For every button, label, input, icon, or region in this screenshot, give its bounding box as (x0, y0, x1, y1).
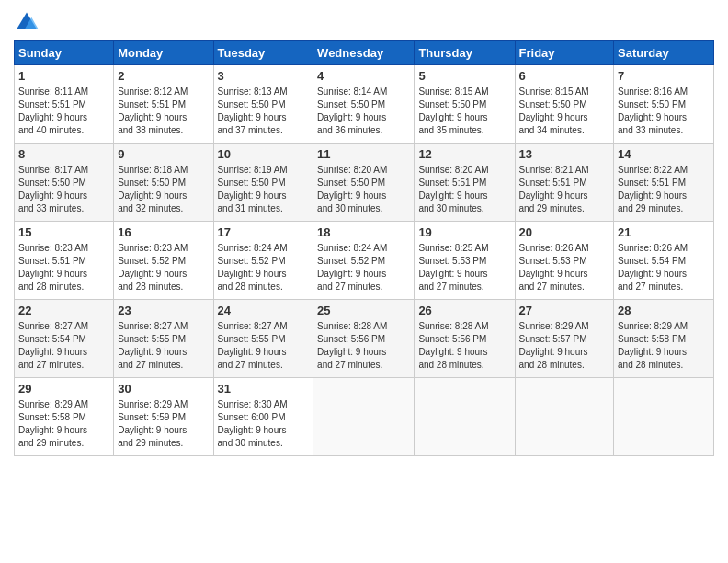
calendar-cell: 9Sunrise: 8:18 AM Sunset: 5:50 PM Daylig… (114, 144, 213, 222)
day-info: Sunrise: 8:27 AM Sunset: 5:54 PM Dayligh… (18, 320, 109, 372)
calendar-cell: 21Sunrise: 8:26 AM Sunset: 5:54 PM Dayli… (614, 222, 714, 300)
calendar-cell: 1Sunrise: 8:11 AM Sunset: 5:51 PM Daylig… (15, 65, 114, 144)
day-info: Sunrise: 8:26 AM Sunset: 5:54 PM Dayligh… (618, 242, 710, 293)
day-number: 29 (18, 381, 109, 397)
day-number: 15 (18, 224, 109, 241)
day-number: 4 (317, 68, 410, 85)
header (14, 9, 714, 35)
day-info: Sunrise: 8:24 AM Sunset: 5:52 PM Dayligh… (218, 242, 310, 293)
calendar-cell: 26Sunrise: 8:28 AM Sunset: 5:56 PM Dayli… (415, 300, 515, 378)
calendar-cell: 5Sunrise: 8:15 AM Sunset: 5:50 PM Daylig… (415, 65, 515, 144)
day-info: Sunrise: 8:14 AM Sunset: 5:50 PM Dayligh… (317, 86, 410, 137)
calendar-table: SundayMondayTuesdayWednesdayThursdayFrid… (14, 40, 714, 456)
day-info: Sunrise: 8:18 AM Sunset: 5:50 PM Dayligh… (118, 164, 209, 215)
day-number: 18 (317, 224, 410, 241)
day-header: Friday (515, 41, 614, 65)
calendar-cell: 13Sunrise: 8:21 AM Sunset: 5:51 PM Dayli… (515, 144, 614, 222)
day-number: 24 (218, 303, 310, 319)
day-info: Sunrise: 8:28 AM Sunset: 5:56 PM Dayligh… (418, 320, 510, 372)
day-number: 28 (618, 303, 710, 319)
calendar-cell (313, 378, 415, 456)
calendar-cell: 31Sunrise: 8:30 AM Sunset: 6:00 PM Dayli… (213, 378, 313, 456)
day-info: Sunrise: 8:24 AM Sunset: 5:52 PM Dayligh… (317, 242, 410, 293)
calendar-cell: 12Sunrise: 8:20 AM Sunset: 5:51 PM Dayli… (415, 144, 515, 222)
day-number: 13 (519, 146, 610, 163)
calendar-cell: 16Sunrise: 8:23 AM Sunset: 5:52 PM Dayli… (114, 222, 213, 300)
day-number: 8 (18, 146, 109, 163)
day-number: 21 (618, 224, 710, 241)
day-number: 16 (118, 224, 209, 241)
calendar-cell: 29Sunrise: 8:29 AM Sunset: 5:58 PM Dayli… (15, 378, 114, 456)
calendar-cell: 23Sunrise: 8:27 AM Sunset: 5:55 PM Dayli… (114, 300, 213, 378)
day-info: Sunrise: 8:29 AM Sunset: 5:59 PM Dayligh… (118, 398, 209, 450)
day-header: Sunday (15, 41, 114, 65)
day-number: 27 (519, 303, 610, 319)
calendar-cell: 20Sunrise: 8:26 AM Sunset: 5:53 PM Dayli… (515, 222, 614, 300)
day-number: 3 (218, 68, 310, 85)
day-number: 12 (418, 146, 510, 163)
calendar-cell: 6Sunrise: 8:15 AM Sunset: 5:50 PM Daylig… (515, 65, 614, 144)
day-number: 6 (519, 68, 610, 85)
calendar-cell: 3Sunrise: 8:13 AM Sunset: 5:50 PM Daylig… (213, 65, 313, 144)
day-number: 26 (418, 303, 510, 319)
logo-icon (14, 9, 40, 35)
day-number: 19 (418, 224, 510, 241)
day-number: 20 (519, 224, 610, 241)
calendar-page: SundayMondayTuesdayWednesdayThursdayFrid… (0, 0, 728, 563)
logo (14, 9, 43, 35)
day-number: 14 (618, 146, 710, 163)
day-number: 1 (18, 68, 109, 85)
day-info: Sunrise: 8:25 AM Sunset: 5:53 PM Dayligh… (418, 242, 510, 293)
day-info: Sunrise: 8:12 AM Sunset: 5:51 PM Dayligh… (118, 86, 209, 137)
calendar-cell: 2Sunrise: 8:12 AM Sunset: 5:51 PM Daylig… (114, 65, 213, 144)
day-info: Sunrise: 8:21 AM Sunset: 5:51 PM Dayligh… (519, 164, 610, 215)
day-info: Sunrise: 8:27 AM Sunset: 5:55 PM Dayligh… (218, 320, 310, 372)
day-info: Sunrise: 8:13 AM Sunset: 5:50 PM Dayligh… (218, 86, 310, 137)
day-number: 5 (418, 68, 510, 85)
calendar-cell: 8Sunrise: 8:17 AM Sunset: 5:50 PM Daylig… (15, 144, 114, 222)
day-info: Sunrise: 8:29 AM Sunset: 5:58 PM Dayligh… (618, 320, 710, 372)
day-info: Sunrise: 8:30 AM Sunset: 6:00 PM Dayligh… (218, 398, 310, 450)
calendar-cell: 24Sunrise: 8:27 AM Sunset: 5:55 PM Dayli… (213, 300, 313, 378)
calendar-cell: 7Sunrise: 8:16 AM Sunset: 5:50 PM Daylig… (614, 65, 714, 144)
calendar-cell: 25Sunrise: 8:28 AM Sunset: 5:56 PM Dayli… (313, 300, 415, 378)
day-number: 10 (218, 146, 310, 163)
day-info: Sunrise: 8:29 AM Sunset: 5:58 PM Dayligh… (18, 398, 109, 450)
day-info: Sunrise: 8:23 AM Sunset: 5:52 PM Dayligh… (118, 242, 209, 293)
calendar-cell (415, 378, 515, 456)
day-info: Sunrise: 8:20 AM Sunset: 5:50 PM Dayligh… (317, 164, 410, 215)
day-info: Sunrise: 8:23 AM Sunset: 5:51 PM Dayligh… (18, 242, 109, 293)
day-info: Sunrise: 8:22 AM Sunset: 5:51 PM Dayligh… (618, 164, 710, 215)
day-number: 17 (218, 224, 310, 241)
day-number: 11 (317, 146, 410, 163)
calendar-cell: 11Sunrise: 8:20 AM Sunset: 5:50 PM Dayli… (313, 144, 415, 222)
day-header: Wednesday (313, 41, 415, 65)
calendar-cell: 30Sunrise: 8:29 AM Sunset: 5:59 PM Dayli… (114, 378, 213, 456)
calendar-header: SundayMondayTuesdayWednesdayThursdayFrid… (15, 41, 714, 65)
day-info: Sunrise: 8:16 AM Sunset: 5:50 PM Dayligh… (618, 86, 710, 137)
day-number: 2 (118, 68, 209, 85)
day-number: 23 (118, 303, 209, 319)
calendar-cell: 22Sunrise: 8:27 AM Sunset: 5:54 PM Dayli… (15, 300, 114, 378)
day-info: Sunrise: 8:20 AM Sunset: 5:51 PM Dayligh… (418, 164, 510, 215)
calendar-cell: 17Sunrise: 8:24 AM Sunset: 5:52 PM Dayli… (213, 222, 313, 300)
calendar-cell: 15Sunrise: 8:23 AM Sunset: 5:51 PM Dayli… (15, 222, 114, 300)
calendar-cell (614, 378, 714, 456)
day-info: Sunrise: 8:28 AM Sunset: 5:56 PM Dayligh… (317, 320, 410, 372)
calendar-cell (515, 378, 614, 456)
day-number: 9 (118, 146, 209, 163)
day-info: Sunrise: 8:17 AM Sunset: 5:50 PM Dayligh… (18, 164, 109, 215)
day-info: Sunrise: 8:19 AM Sunset: 5:50 PM Dayligh… (218, 164, 310, 215)
day-info: Sunrise: 8:15 AM Sunset: 5:50 PM Dayligh… (519, 86, 610, 137)
day-number: 22 (18, 303, 109, 319)
day-info: Sunrise: 8:26 AM Sunset: 5:53 PM Dayligh… (519, 242, 610, 293)
day-number: 7 (618, 68, 710, 85)
day-info: Sunrise: 8:27 AM Sunset: 5:55 PM Dayligh… (118, 320, 209, 372)
calendar-cell: 19Sunrise: 8:25 AM Sunset: 5:53 PM Dayli… (415, 222, 515, 300)
day-number: 30 (118, 381, 209, 397)
calendar-cell: 10Sunrise: 8:19 AM Sunset: 5:50 PM Dayli… (213, 144, 313, 222)
calendar-cell: 4Sunrise: 8:14 AM Sunset: 5:50 PM Daylig… (313, 65, 415, 144)
day-number: 25 (317, 303, 410, 319)
calendar-cell: 18Sunrise: 8:24 AM Sunset: 5:52 PM Dayli… (313, 222, 415, 300)
day-info: Sunrise: 8:15 AM Sunset: 5:50 PM Dayligh… (418, 86, 510, 137)
